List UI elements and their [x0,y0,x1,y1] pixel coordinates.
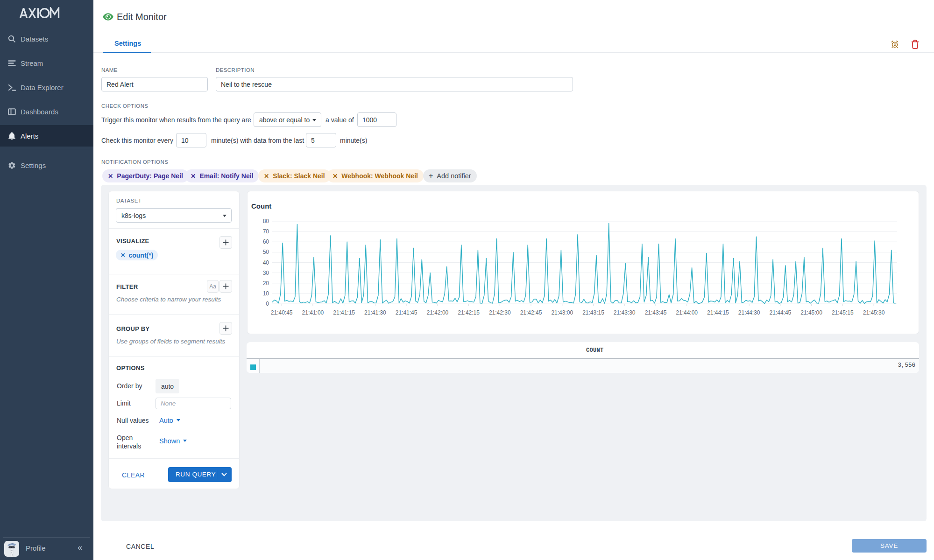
svg-text:21:43:30: 21:43:30 [614,309,636,316]
svg-text:21:44:30: 21:44:30 [738,309,760,316]
svg-text:10: 10 [263,290,269,297]
svg-text:21:45:15: 21:45:15 [832,309,854,316]
svg-text:20: 20 [263,280,269,287]
svg-text:21:45:30: 21:45:30 [863,309,885,316]
svg-text:21:43:00: 21:43:00 [551,309,573,316]
svg-text:50: 50 [263,249,269,255]
svg-text:21:41:00: 21:41:00 [302,309,324,316]
svg-text:21:42:30: 21:42:30 [489,309,511,316]
svg-text:80: 80 [263,218,269,224]
svg-text:0: 0 [266,301,269,307]
svg-text:21:42:15: 21:42:15 [458,309,480,316]
svg-text:21:45:00: 21:45:00 [800,309,822,316]
svg-text:30: 30 [263,270,269,276]
svg-text:21:43:15: 21:43:15 [582,309,604,316]
svg-text:21:41:15: 21:41:15 [333,309,355,316]
svg-text:21:43:45: 21:43:45 [645,309,667,316]
svg-text:21:42:00: 21:42:00 [427,309,449,316]
svg-text:21:41:45: 21:41:45 [396,309,417,316]
svg-text:21:40:45: 21:40:45 [271,309,293,316]
svg-text:21:44:00: 21:44:00 [676,309,698,316]
svg-text:21:44:45: 21:44:45 [770,309,792,316]
svg-text:21:42:45: 21:42:45 [520,309,542,316]
svg-text:70: 70 [263,228,269,235]
svg-text:40: 40 [263,259,269,266]
svg-text:60: 60 [263,238,269,245]
svg-text:21:44:15: 21:44:15 [707,309,729,316]
svg-text:21:41:30: 21:41:30 [364,309,386,316]
